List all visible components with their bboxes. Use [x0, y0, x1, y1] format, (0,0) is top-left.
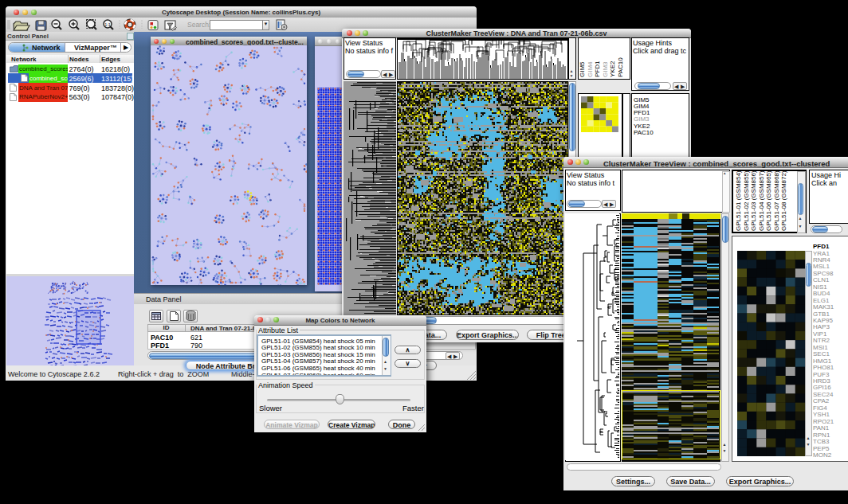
svg-text:1:1: 1:1 — [104, 22, 111, 27]
